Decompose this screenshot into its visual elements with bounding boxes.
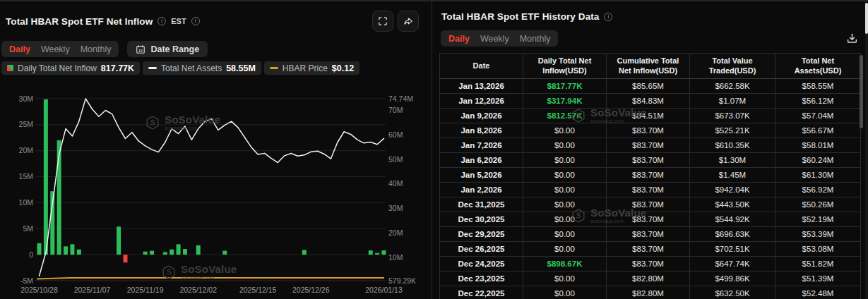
date-range-button[interactable]: 12 Date Range [127,41,208,57]
table-row: Dec 22,2025$0.00$82.80M$632.50K$52.48M [440,286,861,299]
table-cell: $0.00 [523,138,607,153]
inflow-bar [183,249,187,255]
table-cell: $662.58K [690,79,775,94]
inflow-bar [77,250,81,255]
table-cell: Jan 13,2026 [440,79,523,94]
table-cell: $610.35K [690,138,775,153]
info-icon[interactable] [191,17,200,25]
table-cell: Dec 31,2025 [440,197,523,212]
page-scrollbar[interactable] [865,1,868,299]
table-cell: $83.70M [607,123,690,138]
table-row: Dec 26,2025$0.00$83.70M$702.51K$53.08M [440,242,861,257]
right-axis-label: 70M [388,106,403,114]
x-axis-label: 2025/12/26 [292,286,330,294]
inflow-bar [177,244,181,255]
table-cell: $83.70M [607,197,690,212]
hbar-price-line [37,278,384,279]
table-cell: $812.57K [523,109,607,123]
info-icon[interactable] [604,13,612,21]
table-row: Jan 5,2026$0.00$83.70M$1.45M$61.30M [440,168,861,183]
legend-value: 817.77K [101,63,134,73]
table-cell: $53.08M [775,242,861,257]
table-cell: $60.24M [775,153,861,168]
inflow-bar [143,252,148,255]
tab-weekly[interactable]: Weekly [480,34,509,44]
table-cell: $499.86K [690,271,775,286]
table-cell: $53.39M [775,227,861,242]
table-header-row: DateDaily Total Net Inflow(USD)Cumulativ… [440,54,861,79]
table-cell: $1.45M [690,168,775,183]
chart-legend: Daily Total Net Inflow 817.77K Total Net… [1,61,359,75]
x-axis-label: 2026/01/13 [365,286,403,294]
table-cell: $1.07M [690,94,775,109]
table-cell: Jan 9,2026 [440,109,523,123]
chart-actions [372,11,419,32]
table-cell: Dec 23,2025 [440,271,523,286]
x-axis-label: 2025/12/15 [239,286,277,294]
table-cell: $0.00 [523,153,607,168]
fullscreen-button[interactable] [372,11,393,32]
page-scrollbar-thumb[interactable] [865,3,868,34]
history-table-container: DateDaily Total Net Inflow(USD)Cumulativ… [439,53,860,299]
net-inflow-chart-panel: Total HBAR Spot ETF Net Inflow EST [0,1,432,299]
table-row: Jan 2,2026$0.00$83.70M$942.04K$56.92M [440,183,861,197]
table-column-header: Total Value Traded(USD) [690,54,775,79]
inflow-bar [64,246,68,255]
table-cell: Jan 7,2026 [440,138,523,153]
download-button[interactable] [846,32,858,44]
table-cell: Dec 30,2025 [440,212,523,227]
table-cell: $0.00 [523,123,607,138]
inflow-bar [302,250,307,255]
chart-controls: Daily Weekly Monthly 12 Date Range [1,41,208,57]
table-cell: $525.21K [690,123,775,138]
table-scrollbar-thumb[interactable] [860,55,863,128]
legend-item-daily-inflow[interactable]: Daily Total Net Inflow 817.77K [1,61,140,75]
table-cell: $0.00 [523,168,607,183]
table-cell: Jan 2,2026 [440,183,523,197]
tab-daily[interactable]: Daily [448,34,470,44]
timezone-label: EST [171,17,186,25]
table-cell: Jan 6,2026 [440,153,523,168]
table-cell: $83.70M [607,153,690,168]
period-tabs: Daily Weekly Monthly [441,30,558,47]
download-icon [846,32,858,44]
right-axis-label: 60M [388,130,403,139]
table-row: Dec 31,2025$0.00$83.70M$443.50K$50.26M [440,197,861,212]
table-cell: $57.04M [775,109,861,123]
table-cell: $696.63K [690,227,775,242]
right-axis-label: 10M [388,253,403,262]
left-axis-label: 25M [19,120,33,128]
tab-monthly[interactable]: Monthly [81,44,112,54]
legend-item-net-assets[interactable]: Total Net Assets 58.55M [143,61,261,75]
table-cell: $673.07K [690,109,775,123]
table-cell: $544.92K [690,212,775,227]
net-assets-line [40,99,384,276]
table-cell: $51.39M [775,271,861,286]
table-header-bar: Total HBAR Spot ETF History Data [441,11,612,22]
table-cell: $56.67M [775,123,861,138]
inflow-bar [375,253,379,255]
legend-item-hbar-price[interactable]: HBAR Price $0.12 [264,61,359,75]
date-range-label: Date Range [150,44,199,54]
calendar-icon: 12 [136,44,145,54]
tab-monthly[interactable]: Monthly [520,34,551,44]
table-cell: $58.01M [775,138,861,153]
right-axis-label: 50M [388,155,403,164]
chart-title: Total HBAR Spot ETF Net Inflow [6,16,153,27]
table-cell: $82.80M [607,271,690,286]
info-icon[interactable] [157,17,166,25]
legend-label: Total Net Assets [161,63,222,73]
tab-daily[interactable]: Daily [9,44,30,54]
table-cell: Jan 8,2026 [440,123,523,138]
table-cell: $50.26M [775,197,861,212]
legend-label: HBAR Price [283,63,328,73]
x-axis-label: 2025/12/02 [179,286,217,294]
chart-header: Total HBAR Spot ETF Net Inflow EST [6,11,419,32]
share-button[interactable] [398,11,419,32]
x-axis-label: 2025/11/07 [74,286,111,294]
tab-weekly[interactable]: Weekly [41,44,70,54]
table-cell: $61.30M [775,168,861,183]
inflow-bar [150,251,154,255]
right-axis-label: 40M [388,179,403,188]
table-cell: Dec 26,2025 [440,242,523,257]
